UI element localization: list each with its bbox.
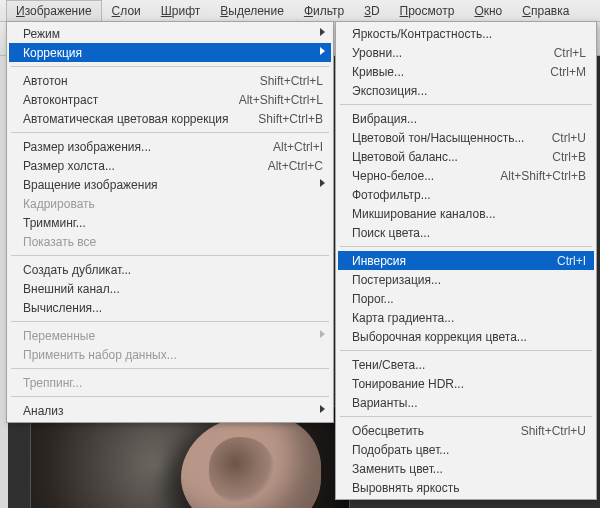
sub-item-desaturate[interactable]: ОбесцветитьShift+Ctrl+U [338,421,594,440]
menu-view[interactable]: Просмотр [390,0,465,21]
menu-item-autocolor[interactable]: Автоматическая цветовая коррекцияShift+C… [9,109,331,128]
sub-item-invert[interactable]: ИнверсияCtrl+I [338,251,594,270]
submenu-arrow-icon [320,179,325,187]
menu-window[interactable]: Окно [464,0,512,21]
menu-divider [11,66,329,67]
menu-item-variables[interactable]: Переменные [9,326,331,345]
sub-item-vibrance[interactable]: Вибрация... [338,109,594,128]
image-menu-dropdown: Режим Коррекция АвтотонShift+Ctrl+L Авто… [6,21,334,423]
sub-item-replace-color[interactable]: Заменить цвет... [338,459,594,478]
sub-item-channel-mixer[interactable]: Микширование каналов... [338,204,594,223]
menu-item-canvas-size[interactable]: Размер холста...Alt+Ctrl+C [9,156,331,175]
menu-image[interactable]: Изображение [6,0,102,21]
menu-item-autocontrast[interactable]: АвтоконтрастAlt+Shift+Ctrl+L [9,90,331,109]
submenu-arrow-icon [320,47,325,55]
sub-item-equalize[interactable]: Выровнять яркость [338,478,594,497]
menu-item-reveal-all[interactable]: Показать все [9,232,331,251]
sub-item-hue-saturation[interactable]: Цветовой тон/Насыщенность...Ctrl+U [338,128,594,147]
menu-item-adjustments[interactable]: Коррекция [9,43,331,62]
menu-3d[interactable]: 3D [354,0,389,21]
menu-divider [340,104,592,105]
menu-item-autotone[interactable]: АвтотонShift+Ctrl+L [9,71,331,90]
menu-divider [11,396,329,397]
menu-divider [11,255,329,256]
menu-item-apply-dataset[interactable]: Применить набор данных... [9,345,331,364]
menu-item-apply-image[interactable]: Внешний канал... [9,279,331,298]
menu-item-analysis[interactable]: Анализ [9,401,331,420]
sub-item-gradient-map[interactable]: Карта градиента... [338,308,594,327]
menu-item-image-size[interactable]: Размер изображения...Alt+Ctrl+I [9,137,331,156]
submenu-arrow-icon [320,28,325,36]
menu-item-image-rotation[interactable]: Вращение изображения [9,175,331,194]
menu-filter[interactable]: Фильтр [294,0,354,21]
sub-item-exposure[interactable]: Экспозиция... [338,81,594,100]
sub-item-posterize[interactable]: Постеризация... [338,270,594,289]
menu-item-duplicate[interactable]: Создать дубликат... [9,260,331,279]
sub-item-shadows-highlights[interactable]: Тени/Света... [338,355,594,374]
menu-select[interactable]: Выделение [210,0,294,21]
sub-item-brightness-contrast[interactable]: Яркость/Контрастность... [338,24,594,43]
sub-item-selective-color[interactable]: Выборочная коррекция цвета... [338,327,594,346]
adjustments-submenu: Яркость/Контрастность... Уровни...Ctrl+L… [335,21,597,500]
sub-item-match-color[interactable]: Подобрать цвет... [338,440,594,459]
sub-item-color-balance[interactable]: Цветовой баланс...Ctrl+B [338,147,594,166]
ear-shape [181,415,321,508]
menu-divider [11,132,329,133]
submenu-arrow-icon [320,405,325,413]
menu-item-trapping[interactable]: Треппинг... [9,373,331,392]
menu-layers[interactable]: Слои [102,0,151,21]
menubar: Изображение Слои Шрифт Выделение Фильтр … [0,0,600,22]
menu-divider [340,350,592,351]
menu-divider [340,246,592,247]
sub-item-variations[interactable]: Варианты... [338,393,594,412]
menu-item-calculations[interactable]: Вычисления... [9,298,331,317]
menu-item-crop[interactable]: Кадрировать [9,194,331,213]
sub-item-color-lookup[interactable]: Поиск цвета... [338,223,594,242]
sub-item-black-white[interactable]: Черно-белое...Alt+Shift+Ctrl+B [338,166,594,185]
menu-help[interactable]: Справка [512,0,579,21]
menu-item-mode[interactable]: Режим [9,24,331,43]
menu-divider [11,321,329,322]
menu-item-trim[interactable]: Тримминг... [9,213,331,232]
sub-item-curves[interactable]: Кривые...Ctrl+M [338,62,594,81]
menu-type[interactable]: Шрифт [151,0,210,21]
menu-divider [340,416,592,417]
submenu-arrow-icon [320,330,325,338]
sub-item-hdr-toning[interactable]: Тонирование HDR... [338,374,594,393]
sub-item-threshold[interactable]: Порог... [338,289,594,308]
sub-item-photo-filter[interactable]: Фотофильтр... [338,185,594,204]
menu-divider [11,368,329,369]
sub-item-levels[interactable]: Уровни...Ctrl+L [338,43,594,62]
